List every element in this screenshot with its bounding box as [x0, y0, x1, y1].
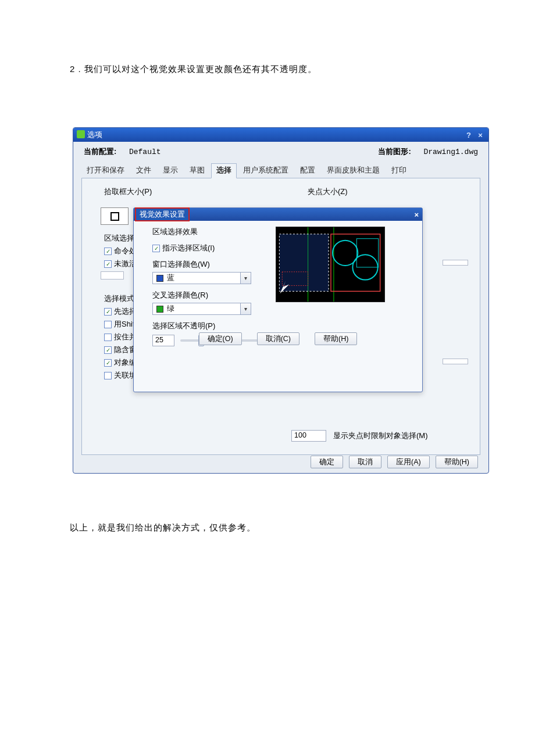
cross-color-swatch	[156, 306, 163, 313]
tab-selection[interactable]: 选择	[211, 163, 237, 178]
chevron-down-icon: ▾	[240, 273, 251, 284]
grip-limit-input[interactable]: 100	[291, 430, 326, 442]
cross-color-value: 绿	[167, 304, 240, 314]
screenshot-container: 选项 ? × 当前配置: Default 当前图形: Drawing1.dwg …	[73, 127, 491, 476]
profile-value: Default	[129, 148, 161, 156]
cb-indicate-row[interactable]: ✓ 指示选择区域(I)	[152, 243, 263, 253]
grip-limit-label: 显示夹点时限制对象选择(M)	[333, 431, 428, 441]
grip-size-label: 夹点大小(Z)	[308, 187, 469, 197]
opacity-label: 选择区域不透明(P)	[152, 321, 263, 331]
truncated-input[interactable]	[101, 271, 124, 280]
chevron-down-icon: ▾	[240, 303, 251, 314]
pickbox-size-label: 拾取框大小(P)	[104, 187, 284, 197]
outro-text: 以上，就是我们给出的解决方式，仅供参考。	[70, 522, 500, 533]
selection-preview	[276, 227, 385, 302]
cb-indicate-label: 指示选择区域(I)	[162, 243, 215, 253]
ve-cancel-button[interactable]: 取消(C)	[257, 332, 299, 345]
tab-profiles[interactable]: 配置	[295, 163, 320, 178]
pickbox-preview	[101, 207, 129, 225]
tabs-row: 打开和保存 文件 显示 草图 选择 用户系统配置 配置 界面皮肤和主题 打印	[81, 163, 480, 178]
cancel-button[interactable]: 取消	[349, 456, 381, 468]
tab-skin-theme[interactable]: 界面皮肤和主题	[322, 163, 385, 178]
svg-rect-4	[279, 234, 329, 291]
win-color-dropdown[interactable]: 蓝 ▾	[152, 272, 251, 284]
ok-button[interactable]: 确定	[311, 456, 343, 468]
apply-button[interactable]: 应用(A)	[387, 456, 430, 468]
ve-help-button[interactable]: 帮助(H)	[315, 332, 357, 345]
ve-title: 视觉效果设置	[135, 207, 190, 221]
tab-print[interactable]: 打印	[386, 163, 412, 178]
visual-effect-dialog: 视觉效果设置 × 区域选择效果 ✓ 指示选择区域(I) 窗口选择颜色(W)	[133, 207, 423, 392]
ve-ok-button[interactable]: 确定(O)	[199, 332, 242, 345]
win-color-swatch	[156, 275, 163, 282]
ve-close-icon[interactable]: ×	[414, 210, 419, 219]
intro-text: 2 . 我们可以对这个视觉效果设置更改颜色还有其不透明度。	[70, 64, 500, 75]
cb-shift-label: 用Shif	[114, 319, 134, 329]
help-button[interactable]: 帮助(H)	[436, 456, 478, 468]
tab-draft[interactable]: 草图	[184, 163, 210, 178]
grip-slider-partial-1[interactable]	[443, 260, 468, 266]
options-titlebar: 选项 ? ×	[73, 128, 488, 142]
options-header: 当前配置: Default 当前图形: Drawing1.dwg	[73, 142, 488, 159]
close-icon[interactable]: ×	[476, 131, 485, 139]
ve-group-title: 区域选择效果	[152, 227, 263, 237]
tab-user-options[interactable]: 用户系统配置	[238, 163, 294, 178]
ve-titlebar: 视觉效果设置 ×	[134, 208, 422, 221]
drawing-label: 当前图形:	[378, 147, 411, 156]
tab-file[interactable]: 文件	[131, 163, 156, 178]
options-footer-buttons: 确定 取消 应用(A) 帮助(H)	[311, 456, 478, 468]
options-title: 选项	[87, 130, 102, 140]
win-color-value: 蓝	[167, 273, 240, 283]
help-icon[interactable]: ?	[464, 131, 473, 139]
cross-color-dropdown[interactable]: 绿 ▾	[152, 303, 251, 315]
app-icon	[77, 130, 85, 138]
cross-color-label: 交叉选择颜色(R)	[152, 290, 263, 300]
win-color-label: 窗口选择颜色(W)	[152, 259, 263, 270]
grip-slider-partial-2[interactable]	[443, 359, 468, 364]
profile-label: 当前配置:	[84, 147, 116, 156]
tab-open-save[interactable]: 打开和保存	[81, 163, 130, 178]
tab-display[interactable]: 显示	[158, 163, 183, 178]
drawing-value: Drawing1.dwg	[423, 148, 478, 156]
